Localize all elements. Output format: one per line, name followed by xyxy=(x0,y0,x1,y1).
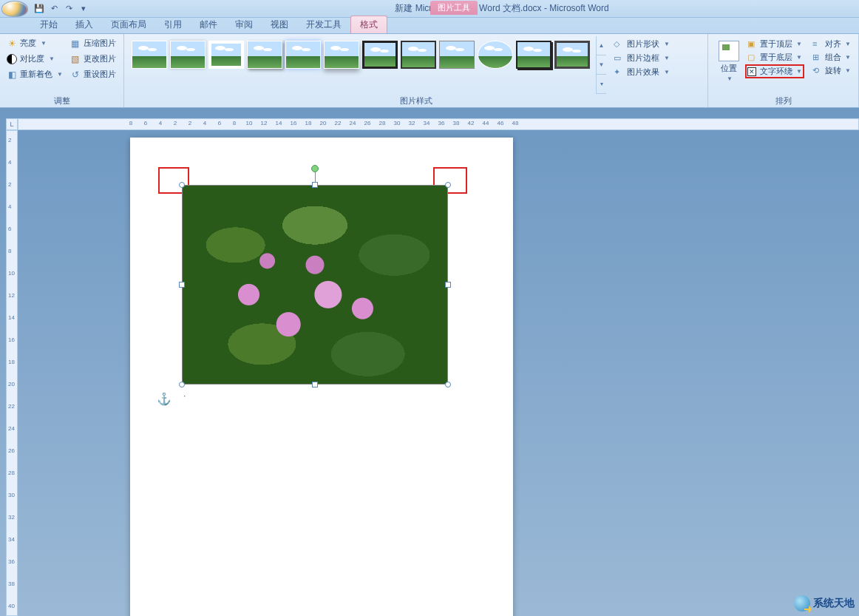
style-thumb[interactable] xyxy=(478,41,513,69)
align-button[interactable]: 对齐▼ xyxy=(810,38,853,50)
picture-shape-button[interactable]: 图片形状▼ xyxy=(612,38,671,50)
resize-handle-nw[interactable] xyxy=(179,182,185,188)
tab-format[interactable]: 格式 xyxy=(350,16,387,33)
change-picture-button[interactable]: 更改图片 xyxy=(68,52,118,66)
chevron-down-icon: ▼ xyxy=(796,54,802,61)
send-back-button[interactable]: 置于底层▼ xyxy=(745,51,804,64)
group-button[interactable]: 组合▼ xyxy=(810,51,853,64)
watermark: 系统天地 xyxy=(794,595,855,612)
ruler-corner[interactable]: L xyxy=(6,118,18,130)
anchor-icon: ⚓ xyxy=(157,392,172,406)
resize-handle-ne[interactable] xyxy=(445,182,451,188)
document-title: 新建 Microsoft Office Word 文档.docx - Micro… xyxy=(395,2,608,15)
chevron-down-icon: ▼ xyxy=(49,55,55,62)
align-icon xyxy=(812,39,823,50)
text-wrap-button[interactable]: 文字环绕▼ xyxy=(745,64,804,78)
resize-handle-w[interactable] xyxy=(179,282,185,288)
text-cursor: · xyxy=(183,390,186,401)
style-thumb[interactable] xyxy=(285,41,321,69)
reset-picture-button[interactable]: 重设图片 xyxy=(68,67,118,81)
resize-handle-sw[interactable] xyxy=(179,382,185,387)
undo-icon[interactable]: ↶ xyxy=(47,2,61,16)
rotate-icon xyxy=(812,66,823,76)
tab-view[interactable]: 视图 xyxy=(262,16,297,33)
style-thumb[interactable] xyxy=(208,41,244,69)
office-button[interactable] xyxy=(1,1,28,17)
tab-review[interactable]: 审阅 xyxy=(226,16,262,33)
picture-border-button[interactable]: 图片边框▼ xyxy=(612,52,671,64)
reset-icon xyxy=(70,70,81,80)
send-back-icon xyxy=(747,53,758,63)
rotation-handle[interactable] xyxy=(311,165,319,172)
chevron-down-icon: ▼ xyxy=(845,41,851,47)
picture-tools-context-tab: 图片工具 xyxy=(430,1,478,15)
style-thumb[interactable] xyxy=(516,41,551,69)
chevron-down-icon: ▼ xyxy=(727,75,733,82)
ribbon: 亮度▼ 对比度▼ 重新着色▼ 压缩图片 更改图片 重设图片 调整 xyxy=(0,34,859,108)
rotation-line xyxy=(315,172,316,183)
picture-content xyxy=(183,186,447,384)
chevron-down-icon: ▼ xyxy=(664,69,670,75)
chevron-down-icon: ▼ xyxy=(41,40,47,47)
page[interactable]: ⚓ · xyxy=(130,138,513,616)
resize-handle-n[interactable] xyxy=(312,182,318,188)
title-bar: 💾 ↶ ↷ ▾ 图片工具 新建 Microsoft Office Word 文档… xyxy=(0,0,859,18)
chevron-down-icon: ▼ xyxy=(57,71,63,78)
selected-picture[interactable] xyxy=(182,185,448,385)
group-title: 排列 xyxy=(713,94,854,107)
brightness-button[interactable]: 亮度▼ xyxy=(4,36,65,50)
style-thumb[interactable] xyxy=(554,41,590,69)
tab-insert[interactable]: 插入 xyxy=(67,16,102,33)
watermark-text: 系统天地 xyxy=(813,597,855,610)
bring-front-button[interactable]: 置于顶层▼ xyxy=(745,38,804,50)
globe-icon xyxy=(794,595,810,612)
style-thumb[interactable] xyxy=(324,41,359,69)
style-thumb[interactable] xyxy=(362,41,398,69)
group-title: 图片样式 xyxy=(129,94,703,107)
group-icon xyxy=(812,53,823,63)
style-thumb[interactable] xyxy=(132,41,167,69)
contrast-button[interactable]: 对比度▼ xyxy=(4,52,65,66)
resize-handle-e[interactable] xyxy=(445,282,451,288)
group-picture-styles: ▲ ▼ ▾ 图片形状▼ 图片边框▼ 图片效果▼ 图片样式 xyxy=(124,34,708,107)
group-title: 调整 xyxy=(4,94,119,107)
tab-layout[interactable]: 页面布局 xyxy=(102,16,155,33)
chevron-down-icon: ▼ xyxy=(845,54,851,61)
ribbon-tabs: 开始 插入 页面布局 引用 邮件 审阅 视图 开发工具 格式 xyxy=(0,18,859,34)
style-thumb[interactable] xyxy=(247,41,282,69)
document-area: L 86422468101214161820222426283032343638… xyxy=(0,108,859,616)
tab-start[interactable]: 开始 xyxy=(31,16,67,33)
style-thumb[interactable] xyxy=(439,41,475,69)
brightness-icon xyxy=(7,38,17,49)
vertical-ruler[interactable]: 2424681012141618202224262830323436384042 xyxy=(6,130,18,616)
group-arrange: 位置 ▼ 置于顶层▼ 置于底层▼ 文字环绕▼ 对齐▼ 组合▼ 旋转▼ 排列 xyxy=(708,34,859,107)
recolor-button[interactable]: 重新着色▼ xyxy=(4,67,65,81)
qat-more-icon[interactable]: ▾ xyxy=(77,2,90,16)
gallery-up-icon[interactable]: ▲ xyxy=(597,36,606,55)
gallery-more-icon[interactable]: ▾ xyxy=(597,75,606,94)
gallery-down-icon[interactable]: ▼ xyxy=(597,55,606,75)
style-thumb[interactable] xyxy=(401,41,436,69)
quick-access-toolbar: 💾 ↶ ↷ ▾ xyxy=(30,2,93,16)
redo-icon[interactable]: ↷ xyxy=(62,2,75,16)
save-icon[interactable]: 💾 xyxy=(33,2,46,16)
picture-style-gallery xyxy=(129,36,593,94)
tab-developer[interactable]: 开发工具 xyxy=(297,16,350,33)
chevron-down-icon: ▼ xyxy=(664,41,670,47)
change-picture-icon xyxy=(70,54,81,64)
position-button[interactable]: 位置 ▼ xyxy=(714,38,744,85)
gallery-scroll: ▲ ▼ ▾ xyxy=(596,36,606,94)
resize-handle-s[interactable] xyxy=(312,382,318,387)
chevron-down-icon: ▼ xyxy=(845,67,851,74)
horizontal-ruler[interactable]: 8642246810121416182022242628303234363842… xyxy=(18,118,859,130)
tab-references[interactable]: 引用 xyxy=(155,16,191,33)
tab-mailings[interactable]: 邮件 xyxy=(191,16,226,33)
picture-effects-button[interactable]: 图片效果▼ xyxy=(612,66,671,78)
style-thumb[interactable] xyxy=(170,41,206,69)
compress-button[interactable]: 压缩图片 xyxy=(68,36,118,50)
rotate-button[interactable]: 旋转▼ xyxy=(810,64,853,77)
border-icon xyxy=(614,53,624,64)
text-wrap-icon xyxy=(747,67,758,77)
position-icon xyxy=(719,41,739,61)
resize-handle-se[interactable] xyxy=(445,382,451,387)
